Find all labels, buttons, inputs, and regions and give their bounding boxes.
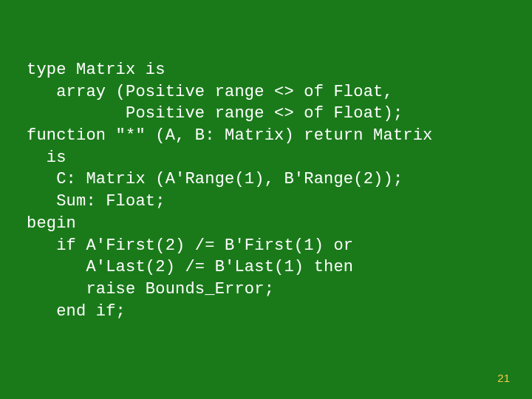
page-number: 21 bbox=[497, 372, 510, 384]
code-line: function "*" (A, B: Matrix) return Matri… bbox=[27, 126, 433, 145]
code-line: array (Positive range <> of Float, bbox=[27, 83, 393, 101]
slide: type Matrix is array (Positive range <> … bbox=[0, 0, 532, 399]
code-line: is bbox=[27, 149, 66, 167]
code-line: Sum: Float; bbox=[27, 192, 166, 211]
code-line: type Matrix is bbox=[27, 61, 166, 79]
code-line: Positive range <> of Float); bbox=[27, 104, 403, 123]
code-line: A'Last(2) /= B'Last(1) then bbox=[27, 258, 353, 276]
code-line: raise Bounds_Error; bbox=[27, 280, 274, 299]
code-line: if A'First(2) /= B'First(1) or bbox=[27, 236, 353, 255]
code-line: begin bbox=[27, 214, 76, 233]
code-line: end if; bbox=[27, 302, 126, 321]
code-block: type Matrix is array (Positive range <> … bbox=[27, 59, 505, 322]
code-line: C: Matrix (A'Range(1), B'Range(2)); bbox=[27, 170, 403, 188]
